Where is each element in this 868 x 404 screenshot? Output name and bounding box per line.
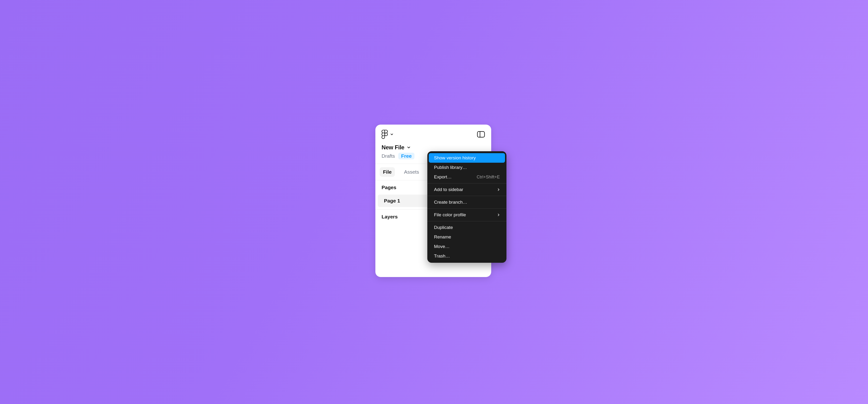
menu-separator [427, 183, 506, 183]
menu-item-label: Create branch… [434, 200, 467, 205]
plan-badge[interactable]: Free [398, 153, 414, 159]
menu-item-label: File color profile [434, 212, 466, 217]
stage: New File Drafts Free File Assets Pages P… [255, 115, 613, 289]
chevron-right-icon [497, 213, 500, 216]
menu-item-label: Publish library… [434, 165, 467, 170]
chevron-down-icon [390, 133, 394, 136]
menu-publish-library[interactable]: Publish library… [429, 163, 505, 172]
menu-rename[interactable]: Rename [429, 232, 505, 242]
sidebar-toggle-button[interactable] [477, 131, 485, 138]
menu-trash[interactable]: Trash… [429, 251, 505, 261]
main-menu-button[interactable] [381, 130, 394, 139]
menu-item-label: Add to sidebar [434, 187, 463, 192]
file-context-menu: Show version history Publish library… Ex… [427, 151, 506, 263]
menu-separator [427, 208, 506, 209]
menu-item-label: Export… [434, 174, 452, 179]
tab-file[interactable]: File [380, 167, 395, 177]
menu-item-label: Move… [434, 244, 450, 249]
svg-rect-1 [477, 132, 485, 137]
file-title: New File [381, 144, 404, 151]
panel-topbar [375, 125, 491, 141]
menu-shortcut: Ctrl+Shift+E [477, 175, 500, 179]
menu-create-branch[interactable]: Create branch… [429, 198, 505, 207]
chevron-right-icon [497, 188, 500, 191]
menu-add-to-sidebar[interactable]: Add to sidebar [429, 185, 505, 194]
panel-layout-icon [477, 131, 485, 138]
menu-show-version-history[interactable]: Show version history [429, 153, 505, 163]
tab-assets[interactable]: Assets [401, 167, 422, 177]
menu-item-label: Trash… [434, 254, 450, 259]
chevron-down-icon [407, 145, 411, 149]
menu-move[interactable]: Move… [429, 242, 505, 251]
menu-item-label: Duplicate [434, 225, 453, 230]
menu-file-color-profile[interactable]: File color profile [429, 210, 505, 220]
file-title-dropdown[interactable]: New File [381, 144, 485, 151]
figma-logo-icon [381, 130, 388, 139]
menu-export[interactable]: Export… Ctrl+Shift+E [429, 172, 505, 182]
menu-item-label: Show version history [434, 155, 476, 161]
menu-duplicate[interactable]: Duplicate [429, 223, 505, 232]
menu-item-label: Rename [434, 234, 451, 240]
svg-point-0 [385, 133, 388, 136]
file-location[interactable]: Drafts [381, 153, 395, 159]
